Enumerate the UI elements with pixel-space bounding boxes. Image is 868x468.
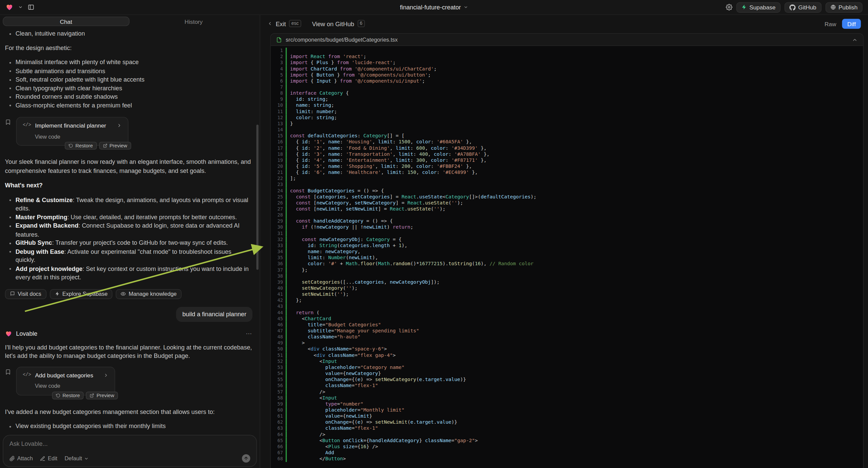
manage-knowledge-button[interactable]: Manage knowledge [116, 289, 182, 299]
code-editor[interactable]: 1 2import React from 'react';3import { P… [271, 46, 863, 468]
explore-supabase-label: Explore Supabase [62, 291, 108, 297]
view-on-github-label: View on GitHub [312, 20, 354, 27]
restore-button[interactable]: Restore [52, 391, 84, 399]
sidebar-toggle-icon[interactable] [28, 4, 35, 11]
composer-toolbar: Attach Edit Default [9, 454, 250, 463]
code-line: 68 </Button> [271, 456, 863, 462]
pencil-icon [40, 456, 45, 461]
collapse-chevron-up-icon[interactable] [852, 37, 858, 42]
code-line: 61 value={newLimit} [271, 413, 863, 419]
mode-select[interactable]: Default [64, 455, 89, 461]
version-row: </> Add budget categories View code Rest… [5, 366, 253, 395]
code-line: 40 setNewCategory(''); [271, 285, 863, 291]
chevron-right-icon [117, 123, 122, 128]
attach-button[interactable]: Attach [9, 455, 33, 461]
docs-icon [10, 291, 15, 296]
chat-messages[interactable]: Clean, intuitive navigation For the desi… [0, 27, 260, 433]
added-bullet-list: View existing budget categories with the… [5, 422, 253, 432]
message-menu-dots-icon[interactable]: ⋯ [246, 330, 253, 338]
supabase-label: Supabase [749, 4, 775, 11]
code-pane: Exit esc View on GitHub 6 Raw Diff src/c… [260, 15, 868, 468]
publish-label: Publish [838, 4, 858, 11]
composer: Ask Lovable... Attach Edit Default [3, 435, 257, 467]
preview-button[interactable]: Preview [99, 142, 131, 149]
github-label: GitHub [798, 4, 816, 11]
code-line: 62 onChange={(e) => setNewLimit(e.target… [271, 419, 863, 426]
code-line: 12 color: string; [271, 115, 863, 121]
chevron-left-icon [268, 21, 273, 26]
chevron-right-icon [104, 373, 109, 378]
code-line: 24const BudgetCategories = () => { [271, 188, 863, 194]
view-code-link[interactable]: View code [23, 132, 122, 141]
restore-icon [69, 143, 73, 148]
view-code-link[interactable]: View code [23, 382, 109, 390]
version-card-title-row: </> Add budget categories [23, 371, 109, 380]
code-line: 36 color: '#' + Math.floor(Math.random()… [271, 261, 863, 267]
version-card-implement-financial-planner[interactable]: </> Implement financial planner View cod… [16, 117, 128, 146]
explore-supabase-button[interactable]: Explore Supabase [50, 289, 113, 299]
preview-label: Preview [97, 392, 115, 398]
github-button[interactable]: GitHub [784, 2, 822, 12]
preview-button[interactable]: Preview [86, 391, 118, 399]
supabase-button[interactable]: Supabase [736, 2, 780, 12]
code-line: 18 { id: '3', name: 'Transportation', li… [271, 151, 863, 157]
workspace-chevron-down-icon[interactable] [18, 5, 23, 9]
version-row: </> Implement financial planner View cod… [5, 117, 253, 146]
esc-kbd-badge: esc [289, 20, 301, 27]
code-line: 66 <Plus size={16} /> [271, 444, 863, 450]
tab-history[interactable]: History [130, 17, 257, 26]
app: financial-future-creator Supabase GitHub [0, 0, 868, 468]
code-line: 16 { id: '1', name: 'Housing', limit: 15… [271, 139, 863, 145]
code-line: 67 Add [271, 450, 863, 456]
list-item: Clean, intuitive navigation [5, 29, 253, 38]
file-header[interactable]: src/components/budget/BudgetCategories.t… [271, 34, 863, 46]
arrow-up-icon [244, 456, 249, 461]
external-link-icon [103, 143, 107, 148]
restore-button[interactable]: Restore [65, 142, 97, 149]
code-line: 50 <div className="space-y-6"> [271, 346, 863, 352]
tab-chat[interactable]: Chat [3, 17, 129, 26]
project-switcher[interactable]: financial-future-creator [400, 4, 468, 11]
code-line: 23 [271, 182, 863, 188]
code-line: 52 <Input [271, 358, 863, 364]
raw-toggle-button[interactable]: Raw [825, 20, 836, 27]
diff-toggle-button[interactable]: Diff [842, 19, 861, 29]
code-line: 42 }; [271, 297, 863, 303]
chat-scrollbar-thumb[interactable] [256, 124, 259, 270]
code-line: 47 subtitle="Manage your spending limits… [271, 328, 863, 334]
code-line: 39 setCategories([...categories, newCate… [271, 279, 863, 285]
code-line: 49 > [271, 340, 863, 346]
visit-docs-button[interactable]: Visit docs [5, 289, 46, 299]
version-card-actions: Restore Preview [65, 142, 131, 149]
code-icon: </> [23, 121, 31, 130]
publish-button[interactable]: Publish [825, 2, 862, 12]
assistant-text: I'll help you add budget categories to t… [5, 343, 253, 360]
lovable-logo-icon[interactable] [6, 3, 13, 11]
exit-button[interactable]: Exit esc [268, 20, 301, 27]
list-item: Subtle animations and transitions [5, 67, 253, 76]
settings-gear-icon[interactable] [725, 4, 732, 11]
supabase-bolt-icon [741, 4, 747, 10]
main-split: Chat History Clean, intuitive navigation… [0, 15, 868, 468]
assistant-text: Your sleek financial planner is now read… [5, 158, 253, 175]
bookmark-icon[interactable] [5, 119, 11, 125]
code-icon: </> [23, 371, 31, 380]
bullet-list: Clean, intuitive navigation [5, 29, 253, 38]
code-line: 26 const [newCategory, setNewCategory] =… [271, 200, 863, 206]
code-line: 2import React from 'react'; [271, 54, 863, 60]
code-line: 5import { Button } from '@/components/ui… [271, 72, 863, 78]
file-path: src/components/budget/BudgetCategories.t… [285, 37, 398, 42]
view-on-github-button[interactable]: View on GitHub 6 [312, 20, 365, 27]
code-line: 27 const [newLimit, setNewLimit] = React… [271, 206, 863, 212]
design-heading: For the design aesthetic: [5, 43, 253, 52]
bookmark-icon[interactable] [5, 369, 11, 375]
code-line: 51 <div className="flex gap-4"> [271, 352, 863, 358]
chat-input[interactable]: Ask Lovable... [9, 440, 250, 447]
send-button[interactable] [242, 454, 250, 463]
edit-button[interactable]: Edit [40, 455, 57, 461]
version-card-add-budget-categories[interactable]: </> Add budget categories View code Rest… [16, 366, 116, 395]
list-item: Soft, neutral color palette with light b… [5, 75, 253, 84]
attach-label: Attach [17, 455, 33, 461]
code-line: 21 { id: '6', name: 'Healthcare', limit:… [271, 170, 863, 176]
list-item: Add project knowledge: Set key context o… [5, 265, 253, 282]
